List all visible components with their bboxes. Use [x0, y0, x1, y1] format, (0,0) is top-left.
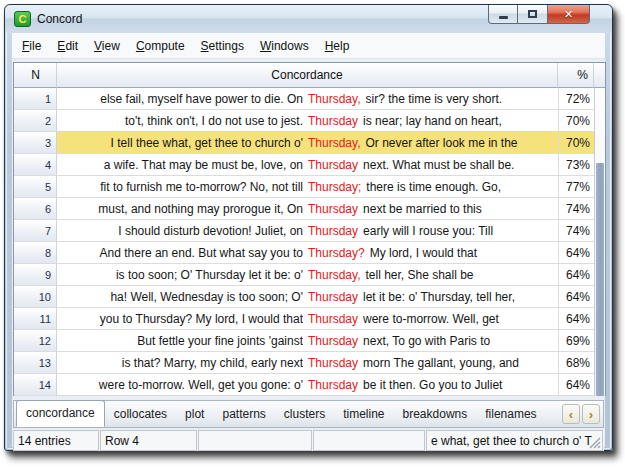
right-context: Or never after look me in the [365, 136, 558, 150]
column-header-n[interactable]: N [14, 63, 57, 88]
maximize-icon [528, 10, 537, 18]
maximize-button[interactable] [518, 5, 547, 24]
keyword: Thursday [308, 114, 358, 128]
table-row[interactable]: 14 were to-morrow. Well, get you gone: o… [14, 374, 594, 396]
caption-buttons: ✕ [488, 5, 590, 24]
table-row[interactable]: 4 a wife. That may be must be, love, onT… [14, 154, 594, 176]
percent-value: 68% [558, 352, 594, 374]
keyword: Thursday, [308, 92, 360, 106]
left-context: I tell thee what, get thee to church o' [57, 136, 303, 150]
right-context: let it be: o' Thursday, tell her, [363, 290, 558, 304]
keyword: Thursday [308, 158, 358, 172]
percent-value: 74% [558, 198, 594, 220]
table-row[interactable]: 10 ha! Well, Wednesday is too soon; O'Th… [14, 286, 594, 308]
menu-view[interactable]: View [86, 35, 128, 57]
tab-patterns[interactable]: patterns [213, 402, 274, 426]
table-row[interactable]: 7 I should disturb devotion! Juliet, onT… [14, 220, 594, 242]
right-context: morn The gallant, young, and [363, 356, 558, 370]
table-row[interactable]: 8 And there an end. But what say you toT… [14, 242, 594, 264]
keyword: Thursday [308, 378, 358, 392]
menu-file[interactable]: File [14, 35, 49, 57]
percent-value: 64% [558, 242, 594, 264]
vertical-scrollbar[interactable] [594, 88, 605, 396]
table-row-selected[interactable]: 3 I tell thee what, get thee to church o… [14, 132, 594, 154]
tab-timeline[interactable]: timeline [334, 402, 393, 426]
left-context: But fettle your fine joints 'gainst [57, 334, 303, 348]
tab-plot[interactable]: plot [176, 402, 213, 426]
left-context: And there an end. But what say you to [57, 246, 303, 260]
right-context: there is time enough. Go, [366, 180, 558, 194]
left-context: you to Thursday? My lord, I would that [57, 312, 303, 326]
titlebar[interactable]: C Concord ✕ [5, 5, 612, 33]
status-preview-text: e what, get thee to church o' T [431, 434, 592, 448]
table-header: N Concordance % [14, 63, 605, 88]
scrollbar-thumb[interactable] [596, 163, 604, 396]
resize-grip-icon[interactable] [589, 437, 601, 449]
menu-bar: File Edit View Compute Settings Windows … [12, 33, 605, 59]
tab-scrollers: ‹ › [562, 404, 603, 424]
status-panel-4 [313, 430, 425, 451]
concord-window: C Concord ✕ File Edit View Compute Setti… [4, 4, 613, 451]
tab-scroll-left-button[interactable]: ‹ [562, 404, 580, 424]
percent-value: 70% [558, 132, 594, 154]
row-number: 2 [14, 110, 57, 132]
table-row[interactable]: 12 But fettle your fine joints 'gainstTh… [14, 330, 594, 352]
right-context: My lord, I would that [370, 246, 558, 260]
row-number: 4 [14, 154, 57, 176]
left-context: a wife. That may be must be, love, on [57, 158, 303, 172]
app-icon: C [14, 11, 31, 27]
left-context: is too soon; O' Thursday let it be: o' [57, 268, 303, 282]
menu-edit[interactable]: Edit [49, 35, 86, 57]
right-context: sir? the time is very short. [365, 92, 558, 106]
right-context: early will I rouse you: Till [363, 224, 558, 238]
keyword: Thursday [308, 356, 358, 370]
table-row[interactable]: 11 you to Thursday? My lord, I would tha… [14, 308, 594, 330]
keyword: Thursday [308, 202, 358, 216]
percent-value: 77% [558, 176, 594, 198]
row-number: 8 [14, 242, 57, 264]
row-number: 13 [14, 352, 57, 374]
tab-concordance[interactable]: concordance [16, 400, 105, 427]
row-number: 12 [14, 330, 57, 352]
keyword: Thursday, [308, 268, 360, 282]
table-row[interactable]: 6 must, and nothing may prorogue it, OnT… [14, 198, 594, 220]
tab-scroll-right-button[interactable]: › [582, 404, 600, 424]
menu-help[interactable]: Help [317, 35, 358, 57]
tab-clusters[interactable]: clusters [275, 402, 334, 426]
window-title: Concord [37, 12, 82, 26]
table-row[interactable]: 5 fit to furnish me to-morrow? No, not t… [14, 176, 594, 198]
keyword: Thursday [308, 312, 358, 326]
table-row[interactable]: 9 is too soon; O' Thursday let it be: o'… [14, 264, 594, 286]
row-number: 10 [14, 286, 57, 308]
chevron-left-icon: ‹ [569, 408, 573, 421]
column-header-percent[interactable]: % [558, 63, 594, 88]
menu-windows[interactable]: Windows [252, 35, 317, 57]
right-context: next. What must be shall be. [363, 158, 558, 172]
chevron-right-icon: › [589, 408, 593, 421]
table-row[interactable]: 13 is that? Marry, my child, early nextT… [14, 352, 594, 374]
right-context: be it then. Go you to Juliet [363, 378, 558, 392]
tab-breakdowns[interactable]: breakdowns [394, 402, 477, 426]
menu-compute[interactable]: Compute [128, 35, 193, 57]
percent-value: 64% [558, 308, 594, 330]
tab-filenames[interactable]: filenames [476, 402, 545, 426]
table-row[interactable]: 2 to't, think on't, I do not use to jest… [14, 110, 594, 132]
keyword: Thursday, [308, 136, 360, 150]
table-row[interactable]: 1 else fail, myself have power to die. O… [14, 88, 594, 110]
percent-value: 73% [558, 154, 594, 176]
table-rows: 1 else fail, myself have power to die. O… [14, 88, 594, 396]
minimize-button[interactable] [488, 5, 518, 24]
left-context: I should disturb devotion! Juliet, on [57, 224, 303, 238]
left-context: were to-morrow. Well, get you gone: o' [57, 378, 303, 392]
close-button[interactable]: ✕ [547, 5, 590, 24]
column-header-concordance[interactable]: Concordance [57, 63, 558, 88]
left-context: must, and nothing may prorogue it, On [57, 202, 303, 216]
percent-value: 72% [558, 88, 594, 110]
minimize-icon [499, 16, 508, 19]
percent-value: 64% [558, 286, 594, 308]
keyword: Thursday? [308, 246, 365, 260]
keyword: Thursday [308, 290, 358, 304]
tab-collocates[interactable]: collocates [105, 402, 176, 426]
menu-settings[interactable]: Settings [193, 35, 252, 57]
row-number: 5 [14, 176, 57, 198]
